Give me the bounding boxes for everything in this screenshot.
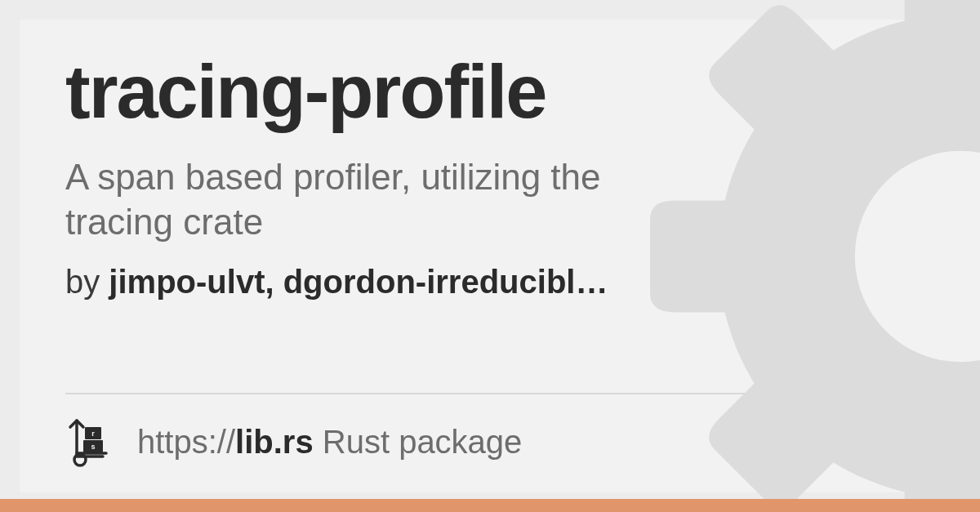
footer-suffix: Rust package — [314, 424, 523, 460]
package-authors: jimpo-ulvt, dgordon-irreducibl… — [109, 264, 608, 300]
package-card: tracing-profile A span based profiler, u… — [20, 20, 960, 492]
svg-text:r: r — [91, 430, 95, 438]
divider — [65, 393, 915, 394]
svg-point-1 — [855, 150, 980, 361]
url-prefix: https:// — [137, 424, 235, 460]
accent-bar — [0, 499, 980, 512]
footer-text: https://lib.rs Rust package — [137, 424, 522, 461]
package-description: A span based profiler, utilizing the tra… — [65, 154, 686, 244]
by-prefix: by — [65, 264, 109, 300]
librs-logo-icon: r s — [65, 416, 118, 468]
package-title: tracing-profile — [65, 52, 915, 131]
svg-text:s: s — [91, 443, 95, 451]
url-host: lib.rs — [235, 424, 314, 460]
package-byline: by jimpo-ulvt, dgordon-irreducibl… — [65, 264, 915, 301]
footer: r s https://lib.rs Rust package — [65, 416, 915, 468]
